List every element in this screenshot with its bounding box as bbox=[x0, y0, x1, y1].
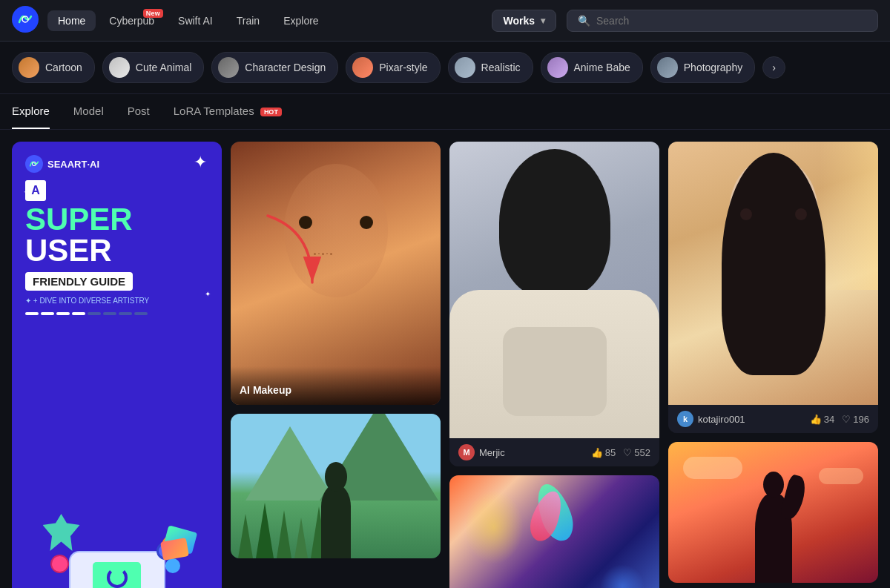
nav-swift-ai[interactable]: Swift AI bbox=[168, 10, 223, 31]
like-icon-2: 👍 bbox=[810, 414, 822, 425]
heart-icon: ♡ bbox=[623, 447, 632, 458]
card-meta-korean: M Merjic 👍 85 ♡ 552 bbox=[449, 438, 659, 466]
category-label-cartoon: Cartoon bbox=[45, 62, 82, 73]
nav-home[interactable]: Home bbox=[47, 10, 96, 31]
promo-logo-row: SEAART·AI bbox=[12, 142, 222, 173]
dot-4 bbox=[72, 312, 85, 315]
user-avatar-kotajiro: k bbox=[677, 411, 693, 427]
korean-hair bbox=[499, 149, 610, 297]
content-grid: ✦ ✦ ✦ SEAART·AI A SUPER USER FRIENDLY GU… bbox=[0, 130, 890, 588]
search-input[interactable] bbox=[596, 15, 867, 27]
japanese-eyes bbox=[740, 208, 807, 220]
more-icon: › bbox=[772, 62, 776, 73]
like-count: 85 bbox=[605, 447, 616, 458]
colorful-glow-2 bbox=[600, 564, 645, 588]
promo-box: FRIENDLY GUIDE bbox=[25, 272, 133, 291]
category-more[interactable]: › bbox=[762, 56, 785, 79]
search-bar[interactable]: 🔍 bbox=[567, 10, 878, 32]
card-colorful[interactable] bbox=[449, 475, 659, 588]
category-cartoon[interactable]: Cartoon bbox=[12, 52, 95, 83]
card-japanese-girl[interactable]: k kotajiro001 👍 34 ♡ 196 bbox=[668, 142, 878, 433]
works-dropdown[interactable]: Works ▾ bbox=[492, 10, 556, 32]
logo-icon bbox=[12, 6, 39, 33]
korean-girl-image bbox=[449, 142, 659, 438]
dot-7 bbox=[119, 312, 132, 315]
col-2: AI Makeup bbox=[231, 142, 441, 588]
promo-desc: ✦ + DIVE INTO DIVERSE ARTISTRY bbox=[25, 297, 208, 305]
card-redhead[interactable]: AI Makeup bbox=[231, 142, 441, 405]
tab-model[interactable]: Model bbox=[73, 94, 104, 129]
machine-illustration bbox=[58, 551, 177, 588]
japanese-hair bbox=[722, 153, 825, 375]
navbar: Home Cyberpub New Swift AI Train Explore… bbox=[0, 0, 890, 42]
like-count-2: 34 bbox=[824, 414, 834, 425]
card-sunset-girl[interactable] bbox=[668, 442, 878, 583]
dot-3 bbox=[56, 312, 70, 315]
nav-cyberpub[interactable]: Cyberpub New bbox=[99, 10, 165, 31]
category-avatar-pixar-style bbox=[352, 57, 373, 78]
nav-explore[interactable]: Explore bbox=[273, 10, 329, 31]
face-shape bbox=[284, 164, 388, 297]
category-label-anime-babe: Anime Babe bbox=[574, 62, 630, 73]
card-stats-korean: 👍 85 ♡ 552 bbox=[591, 447, 650, 458]
heart-count: 552 bbox=[634, 447, 650, 458]
sunset-image bbox=[668, 442, 878, 583]
colorful-image bbox=[449, 475, 659, 588]
sunset-head bbox=[763, 472, 784, 498]
promo-dots bbox=[25, 312, 208, 315]
nav-train[interactable]: Train bbox=[226, 10, 270, 31]
category-character-design[interactable]: Character Design bbox=[211, 52, 338, 83]
tab-explore[interactable]: Explore bbox=[12, 94, 50, 129]
dot-5 bbox=[88, 312, 101, 315]
promo-logo-text: SEAART·AI bbox=[47, 159, 99, 170]
card-user-merjic: M Merjic bbox=[458, 444, 505, 460]
category-photography[interactable]: Photography bbox=[650, 52, 755, 83]
username-merjic: Merjic bbox=[479, 447, 505, 458]
tab-lora-templates[interactable]: LoRA Templates HOT bbox=[174, 94, 282, 129]
machine-body bbox=[69, 551, 165, 588]
card-output-2 bbox=[160, 538, 189, 561]
machine-spiral bbox=[107, 567, 128, 588]
chevron-down-icon: ▾ bbox=[541, 16, 545, 26]
category-pixar-style[interactable]: Pixar-style bbox=[346, 52, 440, 83]
promo-logo-icon bbox=[25, 155, 43, 173]
category-avatar-realistic bbox=[455, 57, 475, 78]
col-4: k kotajiro001 👍 34 ♡ 196 bbox=[668, 142, 878, 588]
search-icon: 🔍 bbox=[578, 15, 590, 27]
cloud-1 bbox=[683, 457, 742, 479]
col-3: M Merjic 👍 85 ♡ 552 bbox=[449, 142, 659, 588]
username-kotajiro: kotajiro001 bbox=[698, 414, 745, 425]
tab-post[interactable]: Post bbox=[128, 94, 150, 129]
promo-card[interactable]: ✦ ✦ ✦ SEAART·AI A SUPER USER FRIENDLY GU… bbox=[12, 142, 222, 588]
new-badge: New bbox=[143, 9, 163, 18]
window-light bbox=[819, 142, 878, 290]
card-meta-japanese: k kotajiro001 👍 34 ♡ 196 bbox=[668, 405, 878, 433]
dot-8 bbox=[134, 312, 148, 315]
landscape-image bbox=[231, 414, 441, 558]
eyes bbox=[299, 216, 373, 231]
category-realistic[interactable]: Realistic bbox=[448, 52, 533, 83]
heart-stat-korean: ♡ 552 bbox=[623, 447, 650, 458]
dot-6 bbox=[103, 312, 116, 315]
promo-line2: USER bbox=[25, 235, 208, 266]
heart-stat-japanese: ♡ 196 bbox=[842, 414, 869, 425]
card-landscape[interactable] bbox=[231, 414, 441, 558]
card-stats-japanese: 👍 34 ♡ 196 bbox=[810, 414, 869, 425]
card-korean-girl[interactable]: M Merjic 👍 85 ♡ 552 bbox=[449, 142, 659, 466]
tabs-bar: Explore Model Post LoRA Templates HOT bbox=[0, 94, 890, 130]
category-cute-animal[interactable]: Cute Animal bbox=[102, 52, 204, 83]
cloud-2 bbox=[819, 468, 863, 484]
category-anime-babe[interactable]: Anime Babe bbox=[541, 52, 643, 83]
machine-screen bbox=[93, 562, 141, 588]
character-left bbox=[50, 555, 69, 573]
star-decoration-2: ✦ bbox=[23, 186, 32, 198]
like-stat-japanese: 👍 34 bbox=[810, 414, 834, 425]
promo-title-container: SUPER USER bbox=[12, 201, 222, 266]
promo-a-container: A bbox=[25, 180, 208, 201]
user-avatar-merjic: M bbox=[458, 444, 475, 460]
category-label-character-design: Character Design bbox=[245, 62, 326, 73]
japanese-girl-image bbox=[668, 142, 878, 405]
star-decoration-3: ✦ bbox=[205, 290, 211, 298]
korean-body bbox=[503, 327, 607, 416]
redhead-image bbox=[231, 142, 441, 405]
